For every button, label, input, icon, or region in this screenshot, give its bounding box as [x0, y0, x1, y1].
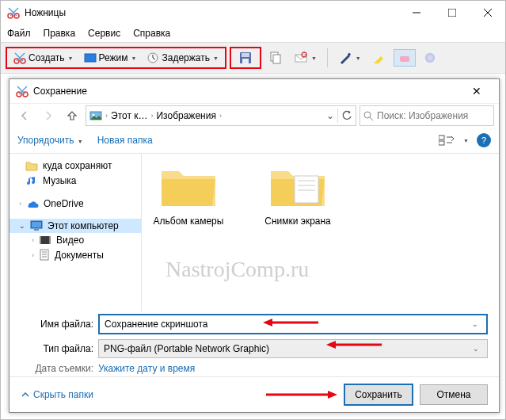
svg-rect-36: [439, 136, 444, 139]
menu-service[interactable]: Сервис: [88, 28, 120, 39]
svg-rect-42: [34, 229, 39, 231]
chevron-right-icon: ›: [105, 112, 108, 120]
eraser-button[interactable]: [394, 49, 416, 67]
svg-rect-44: [40, 236, 41, 244]
tree-item-video[interactable]: › Видео: [10, 233, 141, 247]
svg-point-27: [425, 53, 435, 63]
chevron-down-icon: ▼: [78, 139, 83, 144]
svg-rect-17: [242, 53, 249, 57]
mail-button[interactable]: ▼: [290, 49, 321, 67]
documents-icon: [39, 249, 50, 262]
close-button[interactable]: [470, 1, 505, 25]
pen-button[interactable]: ▼: [334, 49, 365, 67]
tree-item-documents[interactable]: › Документы: [10, 247, 141, 263]
content-pane[interactable]: Альбом камеры Снимки экрана NastrojComp.…: [142, 154, 499, 311]
help-button[interactable]: ?: [477, 133, 491, 147]
paint3d-button[interactable]: [419, 49, 441, 67]
menu-help[interactable]: Справка: [133, 28, 170, 39]
nav-row: › Этот к… › Изображения › ⌄ Поиск: Изобр…: [10, 103, 499, 128]
chevron-up-icon: [21, 390, 30, 399]
pictures-icon: [89, 109, 102, 122]
nav-up-button[interactable]: [62, 106, 82, 125]
nav-back-button[interactable]: [14, 106, 35, 125]
filename-label: Имя файла:: [21, 319, 93, 330]
svg-rect-43: [40, 236, 51, 244]
folder-label: Альбом камеры: [145, 216, 232, 227]
mode-button[interactable]: Режим ▼: [80, 50, 141, 66]
chevron-down-icon[interactable]: ⌄: [326, 110, 334, 121]
menu-edit[interactable]: Правка: [44, 28, 76, 39]
svg-rect-45: [49, 236, 51, 244]
delay-label: Задержать: [162, 52, 209, 63]
search-icon: [363, 111, 374, 121]
chevron-down-icon: ▼: [356, 55, 361, 61]
breadcrumb-folder[interactable]: Изображения: [156, 110, 215, 121]
watermark: NastrojComp.ru: [165, 257, 309, 282]
highlighter-button[interactable]: [368, 49, 390, 67]
music-icon: [25, 174, 38, 187]
svg-rect-41: [32, 222, 41, 227]
search-input[interactable]: Поиск: Изображения: [360, 105, 494, 126]
filetype-combo[interactable]: PNG-файл (Portable Network Graphic) ⌄: [98, 339, 488, 358]
refresh-icon[interactable]: [341, 110, 352, 121]
chevron-right-icon: ›: [32, 236, 34, 244]
snip-icon: [7, 6, 20, 19]
highlight-box-2: [230, 47, 261, 69]
date-hint-link[interactable]: Укажите дату и время: [98, 363, 195, 374]
delay-button[interactable]: Задержать ▼: [143, 50, 222, 66]
chevron-down-icon: ▼: [213, 55, 219, 61]
chevron-down-icon: ▼: [311, 55, 317, 61]
chevron-down-icon[interactable]: ▼: [463, 138, 469, 143]
folder-icon: [266, 162, 329, 211]
copy-button[interactable]: [264, 49, 287, 67]
dialog-titlebar: Сохранение ✕: [10, 79, 499, 103]
folder-icon: [157, 162, 220, 211]
dialog-footer: Скрыть папки Сохранить Отмена: [10, 376, 499, 412]
nav-forward-button: [38, 106, 59, 125]
toolbar: Создать ▼ Режим ▼ Задержать ▼ ▼: [1, 42, 505, 74]
annotation-arrow: [266, 388, 337, 401]
organize-button[interactable]: Упорядочить ▼: [17, 135, 83, 146]
content-folder-1[interactable]: Альбом камеры: [145, 162, 232, 227]
create-button[interactable]: Создать ▼: [10, 50, 78, 66]
search-placeholder: Поиск: Изображения: [377, 110, 468, 121]
dialog-title: Сохранение: [33, 86, 461, 97]
breadcrumb-pc[interactable]: Этот к…: [111, 110, 147, 121]
chevron-down-icon: ▼: [68, 55, 74, 61]
pc-icon: [30, 220, 43, 231]
svg-point-34: [364, 112, 371, 118]
highlight-box-1: Создать ▼ Режим ▼ Задержать ▼: [6, 47, 226, 69]
tree-item-music[interactable]: Музыка: [10, 173, 141, 189]
svg-rect-12: [85, 54, 96, 62]
cancel-dialog-button[interactable]: Отмена: [420, 384, 488, 405]
chevron-down-icon[interactable]: ⌄: [470, 345, 482, 353]
menu-file[interactable]: Файл: [7, 28, 31, 39]
maximize-button[interactable]: [434, 1, 470, 25]
app-title: Ножницы: [25, 7, 398, 18]
chevron-down-icon[interactable]: ⌄: [469, 320, 481, 328]
newfolder-button[interactable]: Новая папка: [97, 135, 153, 146]
tree-item-onedrive[interactable]: › OneDrive: [10, 197, 141, 211]
view-options-button[interactable]: [439, 134, 455, 147]
filename-input[interactable]: Сохранение скриншота ⌄: [98, 314, 488, 334]
minimize-button[interactable]: [398, 1, 434, 25]
address-bar[interactable]: › Этот к… › Изображения › ⌄: [86, 105, 356, 126]
onedrive-icon: [26, 199, 39, 208]
hide-folders-button[interactable]: Скрыть папки: [21, 389, 93, 400]
date-label: Дата съемки:: [32, 363, 93, 374]
dialog-close-button[interactable]: ✕: [461, 85, 493, 97]
chevron-down-icon: ⌄: [19, 222, 25, 230]
svg-rect-50: [295, 176, 318, 203]
save-dialog-button[interactable]: Сохранить: [344, 384, 413, 406]
save-button[interactable]: [234, 49, 257, 67]
svg-line-35: [370, 117, 373, 120]
content-folder-2[interactable]: Снимки экрана: [254, 162, 341, 227]
svg-rect-5: [448, 9, 456, 17]
tree-item-thispc[interactable]: ⌄ Этот компьютер: [10, 219, 141, 233]
video-icon: [39, 235, 51, 246]
svg-rect-25: [400, 56, 409, 62]
snip-icon: [16, 85, 29, 97]
tree-item-saveto[interactable]: куда сохраняют: [10, 158, 141, 173]
chevron-right-icon: ›: [32, 251, 34, 259]
save-dialog: Сохранение ✕ › Этот к… › Изображения › ⌄: [9, 78, 500, 413]
